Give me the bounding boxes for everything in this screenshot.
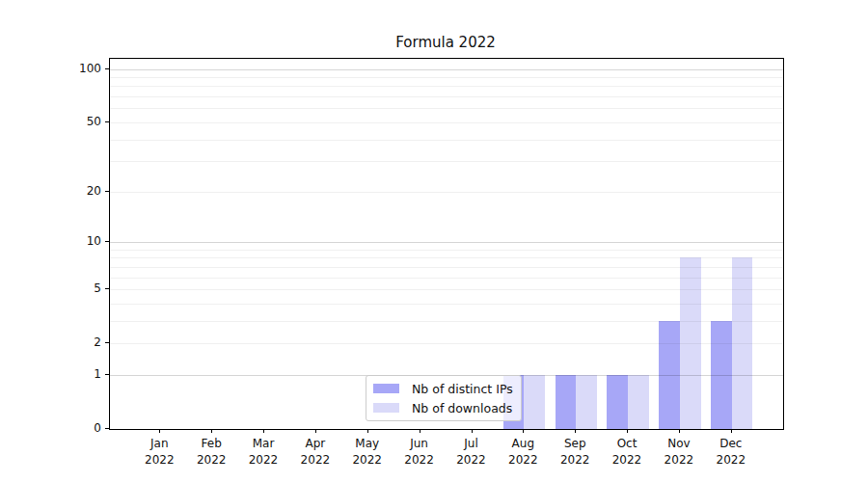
legend-swatch-distinct-ips	[373, 384, 399, 393]
y-gridline-10	[110, 242, 783, 243]
x-tick-sep	[575, 429, 576, 433]
y-gridline-60	[110, 108, 783, 109]
x-tick-label-dec: Dec2022	[702, 436, 760, 468]
x-tick-nov	[679, 429, 680, 433]
x-tick-oct	[627, 429, 628, 433]
x-tick-label-aug: Aug2022	[494, 436, 552, 468]
y-tick-label-0: 0	[63, 422, 101, 434]
y-gridline-4	[110, 304, 783, 305]
x-tick-label-apr: Apr2022	[286, 436, 344, 468]
y-tick-label-20: 20	[63, 185, 101, 197]
x-tick-jan	[159, 429, 160, 433]
y-tick-5	[105, 288, 109, 289]
x-tick-label-oct: Oct2022	[598, 436, 656, 468]
y-gridline-80	[110, 86, 783, 87]
y-tick-50	[105, 121, 109, 122]
x-tick-jul	[472, 429, 473, 433]
y-gridline-6	[110, 278, 783, 279]
legend-swatch-downloads	[373, 403, 399, 413]
x-tick-apr	[315, 429, 316, 433]
chart-figure: Formula 2022 Nb of distinct IPs Nb of do…	[0, 0, 868, 482]
grid-layer	[110, 59, 783, 429]
y-tick-100	[105, 68, 109, 69]
legend-label-distinct-ips: Nb of distinct IPs	[412, 382, 513, 396]
y-tick-label-2: 2	[63, 336, 101, 348]
y-gridline-40	[110, 140, 783, 141]
x-tick-label-nov: Nov2022	[650, 436, 708, 468]
y-gridline-2	[110, 343, 783, 344]
y-tick-1	[105, 374, 109, 375]
x-tick-label-jan: Jan2022	[130, 436, 188, 468]
x-tick-label-jul: Jul2022	[443, 436, 501, 468]
plot-area: Nb of distinct IPs Nb of downloads	[109, 58, 784, 430]
y-gridline-8	[110, 257, 783, 258]
y-tick-2	[105, 342, 109, 343]
y-gridline-9	[110, 250, 783, 251]
legend-label-downloads: Nb of downloads	[412, 401, 512, 415]
x-tick-label-feb: Feb2022	[182, 436, 240, 468]
x-tick-dec	[731, 429, 732, 433]
y-tick-label-50: 50	[63, 116, 101, 127]
y-gridline-100	[110, 69, 783, 70]
y-gridline-20	[110, 192, 783, 193]
y-gridline-30	[110, 161, 783, 162]
y-tick-10	[105, 241, 109, 242]
y-tick-0	[105, 428, 109, 429]
chart-title: Formula 2022	[109, 34, 782, 51]
x-tick-label-jun: Jun2022	[391, 436, 448, 468]
y-gridline-7	[110, 267, 783, 268]
y-gridline-3	[110, 321, 783, 322]
x-tick-jun	[420, 429, 420, 433]
y-tick-label-5: 5	[63, 282, 101, 294]
y-tick-label-100: 100	[63, 63, 101, 74]
x-tick-aug	[523, 429, 524, 433]
y-gridline-5	[110, 289, 783, 290]
y-tick-label-10: 10	[63, 235, 101, 247]
x-tick-label-may: May2022	[339, 436, 396, 468]
legend-item-distinct-ips: Nb of distinct IPs	[373, 382, 514, 396]
legend-item-downloads: Nb of downloads	[373, 401, 514, 415]
x-tick-may	[367, 429, 368, 433]
y-gridline-50	[110, 122, 783, 123]
legend: Nb of distinct IPs Nb of downloads	[366, 375, 522, 421]
y-gridline-70	[110, 96, 783, 97]
x-tick-label-mar: Mar2022	[234, 436, 292, 468]
x-tick-mar	[263, 429, 264, 433]
y-tick-20	[105, 191, 109, 192]
x-tick-label-sep: Sep2022	[546, 436, 604, 468]
y-gridline-90	[110, 77, 783, 78]
y-tick-label-1: 1	[63, 368, 101, 380]
x-tick-feb	[211, 429, 212, 433]
